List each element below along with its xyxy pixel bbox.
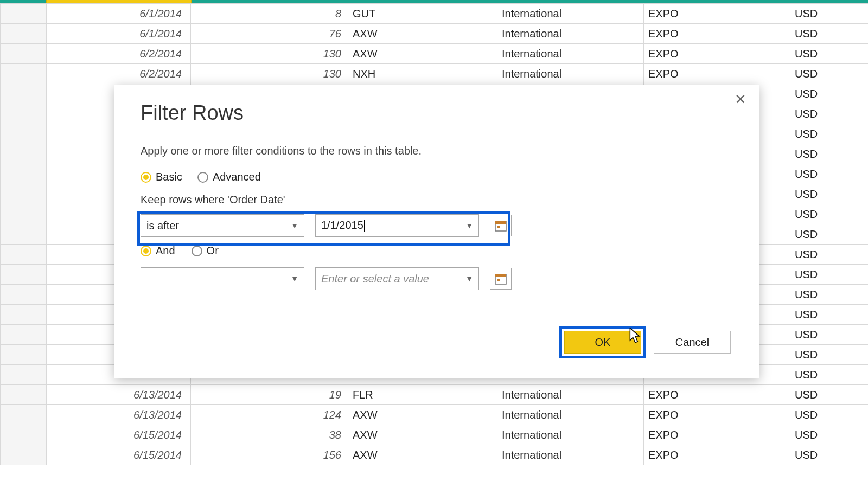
currency-cell: USD bbox=[790, 285, 869, 305]
region-cell: International bbox=[497, 385, 644, 405]
radio-dot-icon bbox=[192, 246, 202, 256]
channel-cell: EXPO bbox=[644, 445, 790, 465]
dialog-subtitle: Apply one or more filter conditions to t… bbox=[141, 145, 422, 157]
row-number-cell bbox=[1, 44, 47, 64]
table-row[interactable]: 6/2/2014130NXHInternationalEXPOUSD bbox=[1, 64, 869, 84]
row-number-cell bbox=[1, 164, 47, 184]
channel-cell: EXPO bbox=[644, 44, 790, 64]
svg-rect-1 bbox=[495, 221, 506, 224]
order-date-cell: 6/13/2014 bbox=[47, 405, 191, 425]
channel-cell: EXPO bbox=[644, 405, 790, 425]
calendar-icon bbox=[495, 220, 507, 232]
radio-dot-icon bbox=[197, 172, 208, 183]
order-date-cell: 6/2/2014 bbox=[47, 64, 191, 84]
radio-basic[interactable]: Basic bbox=[141, 171, 182, 183]
quantity-cell: 38 bbox=[191, 425, 348, 445]
currency-cell: USD bbox=[790, 184, 869, 204]
code-cell: AXW bbox=[348, 44, 497, 64]
row-number-cell bbox=[1, 345, 47, 365]
code-cell: AXW bbox=[348, 445, 497, 465]
chevron-down-icon: ▼ bbox=[465, 221, 473, 230]
row-number-cell bbox=[1, 365, 47, 385]
operator-dropdown-1-value: is after bbox=[146, 220, 179, 232]
table-row[interactable]: 6/1/201476AXWInternationalEXPOUSD bbox=[1, 24, 869, 44]
operator-dropdown-1[interactable]: is after ▼ bbox=[141, 214, 304, 237]
currency-cell: USD bbox=[790, 4, 869, 24]
quantity-cell: 8 bbox=[191, 4, 348, 24]
radio-dot-icon bbox=[141, 172, 151, 183]
chevron-down-icon: ▼ bbox=[465, 274, 473, 283]
currency-cell: USD bbox=[790, 104, 869, 124]
table-row[interactable]: 6/1/20148GUTInternationalEXPOUSD bbox=[1, 4, 869, 24]
calendar-icon bbox=[495, 273, 507, 285]
quantity-cell: 156 bbox=[191, 445, 348, 465]
channel-cell: EXPO bbox=[644, 64, 790, 84]
code-cell: FLR bbox=[348, 385, 497, 405]
table-row[interactable]: 6/15/2014156AXWInternationalEXPOUSD bbox=[1, 445, 869, 465]
table-row[interactable]: 6/15/201438AXWInternationalEXPOUSD bbox=[1, 425, 869, 445]
logic-radio-group: And Or bbox=[141, 245, 219, 257]
date-picker-button-1[interactable] bbox=[490, 215, 512, 236]
currency-cell: USD bbox=[790, 64, 869, 84]
row-number-cell bbox=[1, 425, 47, 445]
currency-cell: USD bbox=[790, 144, 869, 164]
channel-cell: EXPO bbox=[644, 425, 790, 445]
value-input-2[interactable]: Enter or select a value ▼ bbox=[315, 267, 479, 290]
code-cell: AXW bbox=[348, 405, 497, 425]
close-icon[interactable]: ✕ bbox=[734, 93, 747, 106]
order-date-cell: 6/1/2014 bbox=[47, 4, 191, 24]
value-input-2-placeholder: Enter or select a value bbox=[321, 273, 429, 285]
order-date-cell: 6/1/2014 bbox=[47, 24, 191, 44]
region-cell: International bbox=[497, 405, 644, 425]
currency-cell: USD bbox=[790, 204, 869, 224]
row-number-cell bbox=[1, 84, 47, 104]
cancel-button[interactable]: Cancel bbox=[654, 331, 731, 354]
row-number-cell bbox=[1, 385, 47, 405]
ok-button[interactable]: OK bbox=[564, 331, 641, 354]
radio-basic-label: Basic bbox=[156, 171, 182, 183]
quantity-cell: 130 bbox=[191, 64, 348, 84]
currency-cell: USD bbox=[790, 345, 869, 365]
tutorial-highlight-ok: OK bbox=[559, 326, 646, 358]
svg-rect-4 bbox=[495, 274, 506, 277]
currency-cell: USD bbox=[790, 325, 869, 345]
row-number-cell bbox=[1, 285, 47, 305]
table-row[interactable]: 6/13/201419FLRInternationalEXPOUSD bbox=[1, 385, 869, 405]
row-number-cell bbox=[1, 4, 47, 24]
radio-advanced[interactable]: Advanced bbox=[197, 171, 261, 183]
row-number-cell bbox=[1, 305, 47, 325]
row-number-cell bbox=[1, 265, 47, 285]
table-row[interactable]: 6/13/2014124AXWInternationalEXPOUSD bbox=[1, 405, 869, 425]
row-number-cell bbox=[1, 144, 47, 164]
currency-cell: USD bbox=[790, 224, 869, 245]
row-number-cell bbox=[1, 245, 47, 265]
text-caret bbox=[364, 220, 365, 232]
row-number-cell bbox=[1, 204, 47, 224]
currency-cell: USD bbox=[790, 124, 869, 144]
currency-cell: USD bbox=[790, 445, 869, 465]
channel-cell: EXPO bbox=[644, 385, 790, 405]
mode-radio-group: Basic Advanced bbox=[141, 171, 261, 183]
table-row[interactable]: 6/2/2014130AXWInternationalEXPOUSD bbox=[1, 44, 869, 64]
radio-or[interactable]: Or bbox=[192, 245, 219, 257]
currency-cell: USD bbox=[790, 245, 869, 265]
svg-rect-5 bbox=[497, 279, 500, 281]
currency-cell: USD bbox=[790, 44, 869, 64]
filter-condition-row-2: ▼ Enter or select a value ▼ bbox=[141, 267, 512, 290]
currency-cell: USD bbox=[790, 365, 869, 385]
currency-cell: USD bbox=[790, 164, 869, 184]
channel-cell: EXPO bbox=[644, 24, 790, 44]
currency-cell: USD bbox=[790, 405, 869, 425]
row-number-cell bbox=[1, 445, 47, 465]
order-date-cell: 6/15/2014 bbox=[47, 425, 191, 445]
currency-cell: USD bbox=[790, 265, 869, 285]
code-cell: AXW bbox=[348, 425, 497, 445]
radio-dot-icon bbox=[141, 246, 151, 256]
value-input-1-value: 1/1/2015 bbox=[321, 219, 363, 231]
currency-cell: USD bbox=[790, 305, 869, 325]
date-picker-button-2[interactable] bbox=[490, 268, 512, 290]
value-input-1[interactable]: 1/1/2015 ▼ bbox=[315, 214, 479, 237]
radio-and[interactable]: And bbox=[141, 245, 175, 257]
operator-dropdown-2[interactable]: ▼ bbox=[141, 267, 304, 290]
quantity-cell: 19 bbox=[191, 385, 348, 405]
